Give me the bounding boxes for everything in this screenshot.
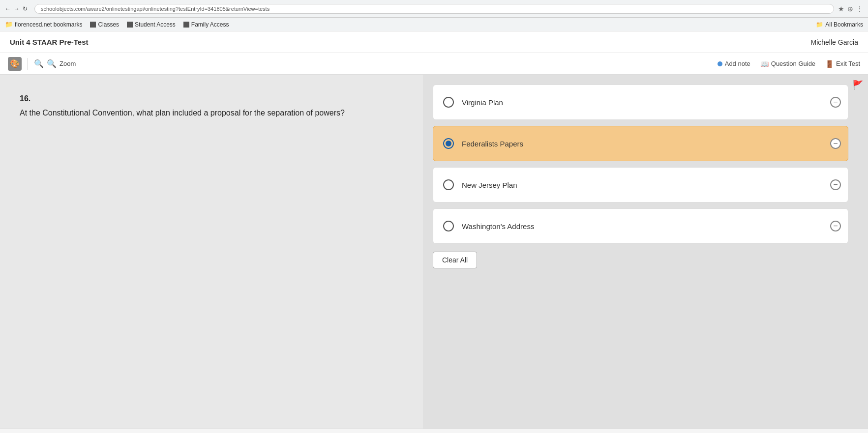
all-bookmarks[interactable]: 📁 All Bookmarks: [816, 21, 863, 28]
option-washingtons-address[interactable]: Washington's Address −: [433, 208, 848, 244]
toolbar: 🎨 🔍 🔍 Zoom Add note 📖 Question Guide 🚪 E…: [0, 53, 868, 75]
option-new-jersey-plan[interactable]: New Jersey Plan −: [433, 167, 848, 202]
radio-virginia-plan: [443, 97, 454, 108]
option-virginia-plan[interactable]: Virginia Plan −: [433, 85, 848, 120]
question-number: 16.: [20, 94, 403, 103]
folder-icon: 📁: [816, 21, 823, 28]
option-label: Washington's Address: [462, 222, 534, 231]
folder-icon: 📁: [5, 21, 13, 28]
flag-icon[interactable]: 🚩: [852, 80, 863, 90]
radio-federalists-papers: [443, 138, 454, 149]
palette-icon: 🎨: [10, 59, 20, 68]
toolbar-divider: [28, 58, 28, 70]
add-note-button[interactable]: Add note: [718, 60, 750, 67]
bookmark-family-access[interactable]: Family Access: [183, 21, 229, 28]
app-title: Unit 4 STAAR Pre-Test: [10, 38, 88, 46]
exit-test-button[interactable]: 🚪 Exit Test: [825, 60, 860, 68]
bookmark-student-access[interactable]: Student Access: [127, 21, 176, 28]
eliminate-washingtons-address-button[interactable]: −: [830, 221, 841, 231]
star-icon[interactable]: ★: [838, 5, 844, 13]
question-panel: 16. At the Constitutional Convention, wh…: [0, 75, 423, 429]
all-bookmarks-label: All Bookmarks: [825, 21, 863, 28]
add-note-icon: [718, 61, 722, 66]
radio-new-jersey-plan: [443, 179, 454, 190]
zoom-control: 🔍 🔍 Zoom: [34, 59, 76, 68]
bookmark-florencesd[interactable]: 📁 florencesd.net bookmarks: [5, 21, 82, 28]
refresh-icon[interactable]: ↻: [23, 5, 28, 12]
option-label: Virginia Plan: [462, 98, 503, 107]
user-name: Michelle Garcia: [811, 38, 858, 46]
forward-icon[interactable]: →: [14, 5, 20, 12]
browser-bar: ← → ↻ schoolobjects.com/aware2/onlinetes…: [0, 0, 868, 18]
add-note-label: Add note: [725, 60, 750, 67]
main-content: 16. At the Constitutional Convention, wh…: [0, 75, 868, 429]
bookmark-label: Classes: [98, 21, 119, 28]
menu-icon[interactable]: ⋮: [856, 5, 863, 13]
exit-test-label: Exit Test: [836, 60, 860, 67]
clear-all-button[interactable]: Clear All: [433, 252, 477, 268]
option-federalists-papers[interactable]: Federalists Papers −: [433, 126, 848, 161]
bookmark-classes-icon: [90, 22, 96, 28]
zoom-in-button[interactable]: 🔍: [47, 59, 57, 68]
zoom-label: Zoom: [60, 60, 76, 67]
url-bar[interactable]: schoolobjects.com/aware2/onlinetestingap…: [34, 4, 834, 14]
radio-washingtons-address: [443, 221, 454, 231]
bookmarks-bar: 📁 florencesd.net bookmarks Classes Stude…: [0, 18, 868, 31]
option-label: New Jersey Plan: [462, 181, 517, 189]
back-icon[interactable]: ←: [5, 5, 11, 12]
toolbar-right: Add note 📖 Question Guide 🚪 Exit Test: [718, 60, 860, 68]
question-guide-label: Question Guide: [771, 60, 815, 67]
eliminate-federalists-papers-button[interactable]: −: [830, 138, 841, 149]
eliminate-new-jersey-plan-button[interactable]: −: [830, 179, 841, 190]
answer-panel: 🚩 Virginia Plan − Federalists Papers − N…: [423, 75, 868, 429]
palette-button[interactable]: 🎨: [8, 57, 22, 71]
app-header: Unit 4 STAAR Pre-Test Michelle Garcia: [0, 31, 868, 53]
bookmark-label: florencesd.net bookmarks: [15, 21, 82, 28]
bookmark-family-icon: [183, 22, 189, 28]
question-guide-icon: 📖: [760, 60, 769, 68]
bookmark-icon[interactable]: ⊕: [847, 5, 853, 13]
zoom-out-button[interactable]: 🔍: [34, 59, 44, 68]
radio-inner: [446, 141, 451, 146]
bottom-navigation: ‹ Previous … ✓ 11 ✓ 12 ✓ 13 ✓ 14 ✓ 15 ✓ …: [0, 429, 868, 433]
question-text: At the Constitutional Convention, what p…: [20, 107, 364, 119]
bookmark-label: Student Access: [135, 21, 176, 28]
bookmark-student-icon: [127, 22, 133, 28]
option-label: Federalists Papers: [462, 140, 523, 148]
bookmark-classes[interactable]: Classes: [90, 21, 119, 28]
eliminate-virginia-plan-button[interactable]: −: [830, 97, 841, 108]
exit-test-icon: 🚪: [825, 60, 834, 68]
bookmark-label: Family Access: [191, 21, 229, 28]
question-guide-button[interactable]: 📖 Question Guide: [760, 60, 815, 68]
